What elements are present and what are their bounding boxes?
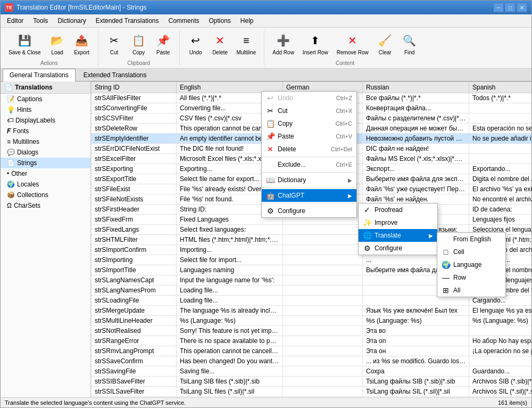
table-cell[interactable]: Язык %s уже включён! Был tex xyxy=(363,306,469,316)
table-cell[interactable] xyxy=(283,316,363,326)
table-cell[interactable] xyxy=(469,113,532,124)
close-button[interactable]: ✕ xyxy=(517,3,527,12)
table-cell[interactable]: %s (Language: %s) xyxy=(363,316,469,326)
menu-item-tools[interactable]: Tools xyxy=(29,15,52,26)
table-cell[interactable]: strSRangeError xyxy=(92,336,177,346)
insert-row-button[interactable]: ⬆ Insert Row xyxy=(299,30,332,58)
col-russian[interactable]: Russian xyxy=(363,82,469,93)
remove-row-button[interactable]: ✕ Remove Row xyxy=(333,30,372,58)
table-row[interactable]: strSRmvLangPromptThis operation cannot b… xyxy=(92,346,532,356)
table-cell[interactable]: strSConvertingFile xyxy=(92,103,177,113)
table-cell[interactable]: TsiLang SIL files (*.sil)|*.sil xyxy=(177,387,283,397)
table-cell[interactable]: strSSorting xyxy=(92,397,177,398)
table-cell[interactable]: strSRmvLangPrompt xyxy=(92,346,177,356)
table-cell[interactable]: strSExcelFilter xyxy=(92,154,177,164)
table-cell[interactable]: Эта он xyxy=(363,346,469,356)
table-cell[interactable]: Archivos SIL (*.sil)|*.sil xyxy=(469,387,532,397)
table-cell[interactable]: TsiLang SIB files (*.sib)|*.sib xyxy=(177,377,283,387)
copy-button[interactable]: 📋 Copy xyxy=(127,30,151,58)
ctx-language[interactable]: 🌍 Language xyxy=(437,258,505,271)
sidebar-item-dialogs[interactable]: 💬 Dialogs xyxy=(1,147,90,158)
table-cell[interactable] xyxy=(283,275,363,285)
table-cell[interactable]: Выберите имя файла для экспорта... xyxy=(363,174,469,184)
table-cell[interactable] xyxy=(283,235,363,245)
table-row[interactable]: strSSaveConfirmHas been changed! Do you … xyxy=(92,356,532,366)
table-row[interactable]: strSSavingFileSaving file...СохраGuardan… xyxy=(92,366,532,377)
menu-item-extended-translations[interactable]: Extended Translations xyxy=(92,15,163,26)
table-cell[interactable]: strSMultiLineHeader xyxy=(92,316,177,326)
table-cell[interactable] xyxy=(469,154,532,164)
table-cell[interactable]: Select fixed languages: xyxy=(177,225,283,235)
table-cell[interactable]: Sorting... xyxy=(177,397,283,398)
col-spanish[interactable]: Spanish xyxy=(469,82,532,93)
table-cell[interactable]: strSImportConfirm xyxy=(92,245,177,255)
tab-general[interactable]: General Translations xyxy=(3,69,76,81)
table-cell[interactable]: No se puede añadir identificado xyxy=(469,134,532,144)
table-cell[interactable]: HTML files (*.htm;*.html)|*.htm;*.html xyxy=(177,235,283,245)
table-cell[interactable]: Невозможно добавить пустой идентиф xyxy=(363,134,469,144)
table-cell[interactable]: strSAllFilesFilter xyxy=(92,93,177,103)
table-cell[interactable]: El archivo '%s' ya existe! Sobree xyxy=(469,184,532,194)
table-cell[interactable]: strSSIBSaveFilter xyxy=(92,377,177,387)
table-cell[interactable]: TsiLang файлы SIL (*.sil)|*.sil xyxy=(363,387,469,397)
menu-item-options[interactable]: Options xyxy=(205,15,235,26)
table-cell[interactable]: Ordenando... xyxy=(469,397,532,398)
table-cell[interactable]: Saving file... xyxy=(177,366,283,377)
table-row[interactable]: strSNotRealisedSorry! This feature is no… xyxy=(92,326,532,336)
table-cell[interactable]: strSMergeUpdate xyxy=(92,306,177,316)
sidebar-item-charsets[interactable]: Ω CharSets xyxy=(1,200,90,211)
ctx-chatgpt[interactable]: 🤖 ChatGPT ▶ xyxy=(262,189,356,202)
table-cell[interactable] xyxy=(283,306,363,316)
table-row[interactable]: strSMultiLineHeader%s (Language: %s)%s (… xyxy=(92,316,532,326)
table-cell[interactable]: DIC файл не найден! xyxy=(363,144,469,154)
table-cell[interactable]: %s (Language: %s) xyxy=(177,316,283,326)
sidebar-item-other[interactable]: • Other xyxy=(1,168,90,179)
sidebar-item-locales[interactable]: 🌍 Locales xyxy=(1,179,90,190)
table-cell[interactable]: strSSILSaveFilter xyxy=(92,387,177,397)
load-button[interactable]: 📂 Load xyxy=(46,30,69,58)
menu-item-editor[interactable]: Editor xyxy=(3,15,28,26)
table-cell[interactable]: %s (Language: %s) xyxy=(469,316,532,326)
cut-button[interactable]: ✂ Cut xyxy=(103,30,126,58)
table-cell[interactable]: TsiLang файлы SIB (*.sib)|*.sib xyxy=(363,377,469,387)
table-cell[interactable] xyxy=(283,336,363,346)
table-cell[interactable]: Сортировка... xyxy=(363,397,469,398)
table-cell[interactable] xyxy=(283,225,363,235)
table-row[interactable]: strSMergeUpdateThe language %s is alread… xyxy=(92,306,532,316)
ctx-undo[interactable]: ↩ Undo Ctrl+Z xyxy=(262,92,356,104)
table-cell[interactable] xyxy=(283,346,363,356)
table-cell[interactable]: strSFileExist xyxy=(92,184,177,194)
ctx-dictionary[interactable]: 📖 Dictionary ▶ xyxy=(262,174,356,186)
delete-button[interactable]: ✕ Delete xyxy=(209,30,232,58)
table-cell[interactable]: Todos (*.*)|*.* xyxy=(469,93,532,103)
table-cell[interactable] xyxy=(283,245,363,255)
table-cell[interactable]: Все файлы (*.*)|*.* xyxy=(363,93,469,103)
sidebar-item-hints[interactable]: 💡 Hints xyxy=(1,104,90,115)
table-cell[interactable]: strSDeleteRow xyxy=(92,124,177,134)
export-button[interactable]: 📤 Export xyxy=(70,30,94,58)
table-cell[interactable]: Input the language name for '%s': xyxy=(177,275,283,285)
table-cell[interactable]: Конвертация файла... xyxy=(363,103,469,113)
find-button[interactable]: 🔍 Find xyxy=(398,30,421,58)
table-cell[interactable]: strSImportTitle xyxy=(92,265,177,275)
table-cell[interactable]: Но абор No hay espacio para pegar del p xyxy=(469,336,532,346)
ctx-cell[interactable]: □ Cell xyxy=(437,246,505,258)
table-row[interactable]: strSSIBSaveFilterTsiLang SIB files (*.si… xyxy=(92,377,532,387)
table-cell[interactable]: strSImporting xyxy=(92,255,177,265)
minimize-button[interactable]: ─ xyxy=(493,3,504,12)
table-cell[interactable] xyxy=(283,366,363,377)
table-cell[interactable]: strSSavingFile xyxy=(92,366,177,377)
table-cell[interactable] xyxy=(283,377,363,387)
sidebar-item-captions[interactable]: 📝 Captions xyxy=(1,94,90,104)
save-close-button[interactable]: 💾 Save & Close xyxy=(5,30,45,58)
table-cell[interactable]: strSEmptyIdentifier xyxy=(92,134,177,144)
ctx-copy[interactable]: 📋 Copy Ctrl+C xyxy=(262,117,356,130)
table-cell[interactable]: strSLangNamesCapt xyxy=(92,275,177,285)
sidebar-item-multilines[interactable]: ≡ Multilines xyxy=(1,136,90,147)
ctx-cut[interactable]: ✂ Cut Ctrl+X xyxy=(262,104,356,117)
table-row[interactable]: strSRangeErrorThere is no space availabl… xyxy=(92,336,532,346)
add-row-button[interactable]: ➕ Add Row xyxy=(269,30,298,58)
table-cell[interactable]: Файл '%s' уже существует! Перезаписат xyxy=(363,184,469,194)
table-cell[interactable]: Digita el nombre del archivo par xyxy=(469,174,532,184)
table-cell[interactable] xyxy=(283,356,363,366)
